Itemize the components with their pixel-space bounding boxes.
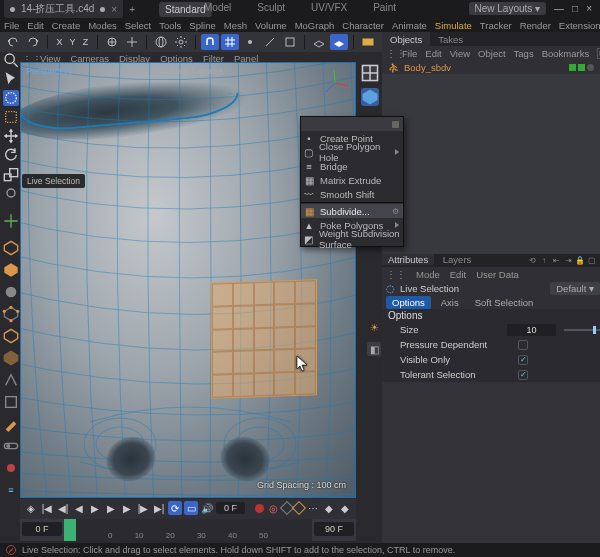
ws-paint[interactable]: Paint <box>373 2 396 13</box>
object-name[interactable]: Body_sbdv <box>404 62 451 73</box>
live-selection-icon[interactable] <box>3 90 19 106</box>
timeline-track[interactable]: 0 F 0 10 20 30 40 50 90 F <box>20 519 356 541</box>
attr-nav1-icon[interactable]: ⟲ <box>527 256 537 266</box>
prev-key-icon[interactable]: ◀| <box>56 501 70 515</box>
next-key-icon[interactable]: |▶ <box>136 501 150 515</box>
axis-y[interactable]: Y <box>66 37 79 47</box>
render-icon[interactable] <box>359 34 377 50</box>
axis-lock-icon[interactable] <box>3 213 19 229</box>
keyopts-icon[interactable]: ⋯ <box>306 501 320 515</box>
keyframe2-icon[interactable] <box>292 501 306 515</box>
tab-objects[interactable]: Objects <box>382 32 430 46</box>
attr-mode[interactable]: Mode <box>416 269 440 280</box>
play-back-icon[interactable]: ▶ <box>88 501 102 515</box>
grip-icon[interactable]: ⋮⋮ <box>386 48 394 59</box>
polygon-mode-icon[interactable] <box>3 350 19 366</box>
go-start-icon[interactable]: |◀ <box>40 501 54 515</box>
gear-icon[interactable] <box>172 34 190 50</box>
coord-icon[interactable] <box>103 34 121 50</box>
attr-new-icon[interactable]: ▢ <box>587 256 597 266</box>
vm-panel[interactable]: Panel <box>234 53 258 64</box>
tab-attributes[interactable]: Attributes <box>382 254 434 265</box>
menu-modes[interactable]: Modes <box>88 20 117 31</box>
edge-mode-icon[interactable] <box>3 328 19 344</box>
obj-bookmarks[interactable]: Bookmarks <box>542 48 590 59</box>
brightness-icon[interactable]: ☀ <box>367 320 381 334</box>
window-max[interactable]: □ <box>572 3 578 14</box>
tolerant-checkbox[interactable]: ✓ <box>518 370 528 380</box>
axis-x[interactable]: X <box>53 37 66 47</box>
sound-icon[interactable]: 🔊 <box>200 501 214 515</box>
rect-select-icon[interactable] <box>3 109 19 125</box>
next-frame-icon[interactable]: ▶ <box>120 501 134 515</box>
globe-icon[interactable] <box>152 34 170 50</box>
attr-nav3-icon[interactable]: ⇤ <box>551 256 561 266</box>
obj-object[interactable]: Object <box>478 48 505 59</box>
toggle-icon[interactable] <box>3 438 19 454</box>
vis-editor-dot[interactable] <box>569 64 576 71</box>
vm-filter[interactable]: Filter <box>203 53 224 64</box>
go-end-icon[interactable]: ▶| <box>152 501 166 515</box>
vm-cameras[interactable]: Cameras <box>70 53 109 64</box>
object-tree-row[interactable]: ⛹ Body_sbdv <box>382 60 600 74</box>
viewport-solo-icon[interactable] <box>3 394 19 410</box>
obj-edit[interactable]: Edit <box>425 48 441 59</box>
view-cube-icon[interactable] <box>361 88 379 106</box>
loop-icon[interactable]: ⟳ <box>168 501 182 515</box>
record-icon[interactable] <box>255 504 264 513</box>
snap-misc-icon[interactable] <box>281 34 299 50</box>
point-mode-icon[interactable] <box>3 306 19 322</box>
prev-frame-icon[interactable]: ◀ <box>72 501 86 515</box>
texture-mode-icon[interactable] <box>3 284 19 300</box>
close-tab-icon[interactable]: × <box>111 4 117 15</box>
obj-view[interactable]: View <box>450 48 470 59</box>
search-icon[interactable] <box>3 52 19 68</box>
attr-nav2-icon[interactable]: ↑ <box>539 256 549 266</box>
tab-layers[interactable]: Layers <box>437 254 478 265</box>
attr-edit[interactable]: Edit <box>450 269 466 280</box>
visible-checkbox[interactable]: ✓ <box>518 355 528 365</box>
context-pin-icon[interactable] <box>392 121 399 128</box>
range-start-field[interactable]: 0 F <box>22 522 62 536</box>
grip-icon[interactable]: ⋮⋮ <box>386 269 406 280</box>
ctx-subdivide[interactable]: ▦Subdivide...⚙ <box>301 204 403 218</box>
cursor-tool-icon[interactable] <box>3 71 19 87</box>
vis-render-dot[interactable] <box>578 64 585 71</box>
undo-icon[interactable] <box>4 34 22 50</box>
axis-gizmo[interactable] <box>320 68 350 98</box>
ctx-smooth-shift[interactable]: 〰Smooth Shift <box>301 187 403 201</box>
obj-file[interactable]: File <box>402 48 417 59</box>
menu-extensions[interactable]: Extensions <box>559 20 600 31</box>
range-end-field[interactable]: 90 F <box>314 522 354 536</box>
axis-z[interactable]: Z <box>79 37 92 47</box>
menu-file[interactable]: File <box>4 20 19 31</box>
snap-point-icon[interactable] <box>241 34 259 50</box>
autokey-icon[interactable]: ◎ <box>266 501 280 515</box>
ctx-close-hole[interactable]: ▢Close Polygon Hole <box>301 145 403 159</box>
menu-select[interactable]: Select <box>125 20 151 31</box>
vm-display[interactable]: Display <box>119 53 150 64</box>
tab-takes[interactable]: Takes <box>430 32 471 46</box>
menu-edit[interactable]: Edit <box>27 20 43 31</box>
attr-lock-icon[interactable]: 🔒 <box>575 256 585 266</box>
vm-options[interactable]: Options <box>160 53 193 64</box>
brush-icon[interactable] <box>3 416 19 432</box>
playhead[interactable] <box>64 519 76 541</box>
coord2-icon[interactable] <box>123 34 141 50</box>
workplane-icon[interactable] <box>310 34 328 50</box>
scale-icon[interactable] <box>3 166 19 182</box>
tag-phong-icon[interactable] <box>587 64 594 71</box>
workplane-follow-icon[interactable] <box>330 34 348 50</box>
ctx-weight-sds[interactable]: ◩Weight Subdivision Surface <box>301 232 403 246</box>
menu-mesh[interactable]: Mesh <box>224 20 247 31</box>
add-tab-button[interactable]: + <box>123 4 141 15</box>
current-frame-field[interactable]: 0 F <box>216 502 245 514</box>
play-icon[interactable]: ▶ <box>104 501 118 515</box>
attr-userdata[interactable]: User Data <box>476 269 519 280</box>
keyopts2-icon[interactable]: ◆ <box>322 501 336 515</box>
menu-tracker[interactable]: Tracker <box>480 20 512 31</box>
tab-axis[interactable]: Axis <box>435 296 465 309</box>
window-close[interactable]: × <box>586 3 592 14</box>
window-min[interactable]: — <box>554 3 564 14</box>
attr-nav4-icon[interactable]: ⇥ <box>563 256 573 266</box>
